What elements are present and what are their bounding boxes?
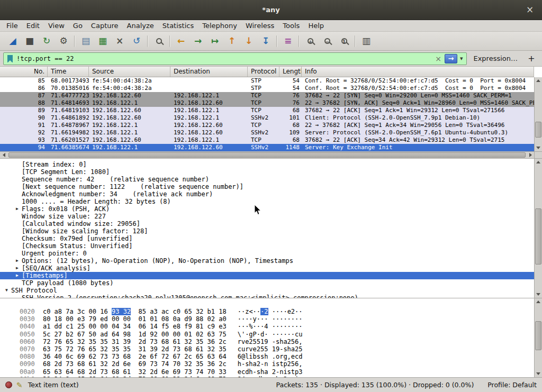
table-row[interactable]: 85 68.001734936 fe:54:00:d4:38:2a STP 54…	[0, 77, 534, 85]
expander-icon[interactable]	[13, 183, 22, 190]
scroll-right-button[interactable]	[527, 152, 534, 158]
restart-capture-icon[interactable]: ↻	[39, 34, 55, 49]
expander-icon[interactable]	[13, 190, 22, 198]
scrollbar-thumb[interactable]	[535, 122, 541, 138]
expression-button[interactable]: Expression…	[473, 54, 518, 62]
detail-line[interactable]: 1000 .... = Header Length: 32 bytes (8)	[0, 198, 534, 205]
detail-line[interactable]: ▼ SSH Protocol	[0, 287, 534, 294]
menu-analyze[interactable]: Analyze	[123, 20, 158, 31]
scrollbar-track[interactable]	[7, 152, 527, 158]
bytes-vscrollbar[interactable]	[534, 298, 542, 377]
display-filter-input[interactable]	[16, 55, 432, 62]
expander-icon[interactable]	[13, 279, 22, 287]
expander-icon[interactable]	[13, 198, 22, 205]
scroll-left-button[interactable]	[0, 152, 7, 158]
status-profile[interactable]: Profile: Default	[487, 381, 537, 389]
menu-help[interactable]: Help	[304, 20, 328, 31]
detail-line[interactable]: [Checksum Status: Unverified]	[0, 242, 534, 250]
open-file-icon[interactable]: ▤	[78, 34, 94, 49]
detail-line[interactable]: ▶ Flags: 0x018 (PSH, ACK)	[0, 205, 534, 213]
expander-icon[interactable]	[13, 242, 22, 250]
stop-capture-icon[interactable]: ■	[22, 34, 38, 49]
colorize-icon[interactable]: ≡	[280, 34, 296, 49]
expander-icon[interactable]: ▶	[13, 257, 22, 265]
menu-go[interactable]: Go	[69, 20, 87, 31]
expander-icon[interactable]	[13, 294, 22, 298]
table-row[interactable]: 91 71.648789678 192.168.122.1 192.168.12…	[0, 122, 534, 129]
menu-capture[interactable]: Capture	[87, 20, 123, 31]
scroll-up-button[interactable]	[535, 298, 542, 305]
add-filter-button[interactable]: +	[525, 53, 538, 65]
expander-icon[interactable]: ▶	[13, 205, 22, 213]
detail-line[interactable]: Acknowledgment number: 34 (relative ack …	[0, 190, 534, 198]
table-row[interactable]: 94 71.663856741 192.168.122.1 192.168.12…	[0, 144, 534, 151]
table-row[interactable]: 88 71.648146932 192.168.122.1 192.168.12…	[0, 99, 534, 107]
detail-line[interactable]: [Next sequence number: 1122 (relative se…	[0, 183, 534, 190]
window-close-icon[interactable]: ×	[524, 4, 536, 16]
close-file-icon[interactable]: ×	[112, 34, 128, 49]
col-header-destination[interactable]: Destination	[170, 67, 248, 77]
go-first-icon[interactable]: ↑	[224, 34, 240, 49]
menu-tools[interactable]: Tools	[278, 20, 304, 31]
zoom-100-icon[interactable]: 1	[336, 34, 352, 49]
menu-wireless[interactable]: Wireless	[241, 20, 278, 31]
menu-file[interactable]: File	[2, 20, 22, 31]
expander-icon[interactable]	[13, 227, 22, 235]
auto-scroll-icon[interactable]: ↧	[258, 34, 274, 49]
col-header-info[interactable]: Info	[302, 67, 534, 77]
expander-icon[interactable]: ▶	[13, 272, 22, 279]
scrollbar-thumb[interactable]	[8, 152, 526, 158]
go-last-icon[interactable]: ↓	[241, 34, 257, 49]
table-row[interactable]: 89 71.648191037 192.168.122.60 192.168.1…	[0, 107, 534, 114]
detail-line[interactable]: Window size value: 227	[0, 213, 534, 220]
detail-line[interactable]: ▶ [SEQ/ACK analysis]	[0, 265, 534, 272]
table-row[interactable]: 86 70.013850163 fe:54:00:d4:38:2a STP 54…	[0, 85, 534, 92]
clear-filter-icon[interactable]: ×	[432, 54, 445, 63]
detail-line[interactable]: SSH Version 2 (encryption:chacha20-poly1…	[0, 294, 534, 298]
detail-line[interactable]: Urgent pointer: 0	[0, 250, 534, 257]
col-header-length[interactable]: Length	[279, 67, 302, 77]
table-row[interactable]: 93 71.662015274 192.168.122.60 192.168.1…	[0, 136, 534, 144]
detail-line[interactable]: ▶ Options: (12 bytes), No-Operation (NOP…	[0, 257, 534, 265]
go-to-packet-icon[interactable]: ↦	[207, 34, 223, 49]
scrollbar-track[interactable]	[535, 305, 542, 370]
detail-line[interactable]: [Stream index: 0]	[0, 161, 534, 168]
zoom-in-icon[interactable]: +	[302, 34, 318, 49]
details-vscrollbar[interactable]	[534, 159, 542, 298]
resize-columns-icon[interactable]: ▥	[358, 34, 374, 49]
detail-line[interactable]: TCP payload (1080 bytes)	[0, 279, 534, 287]
detail-line[interactable]: Checksum: 0x79ed [unverified]	[0, 235, 534, 242]
apply-filter-icon[interactable]: →	[445, 54, 457, 63]
detail-line[interactable]: ▶ [Timestamps]	[0, 272, 534, 279]
scroll-up-button[interactable]	[535, 159, 542, 166]
scroll-up-button[interactable]	[535, 77, 542, 84]
col-header-no[interactable]: No.	[0, 67, 48, 77]
scroll-down-button[interactable]	[535, 291, 542, 298]
expander-icon[interactable]	[13, 161, 22, 168]
detail-line[interactable]: [TCP Segment Len: 1080]	[0, 168, 534, 176]
reload-icon[interactable]: ↺	[129, 34, 144, 49]
zoom-out-icon[interactable]: −	[319, 34, 335, 49]
start-capture-icon[interactable]: ◢	[5, 34, 21, 49]
detail-line[interactable]: [Calculated window size: 29056]	[0, 220, 534, 227]
col-header-source[interactable]: Source	[89, 67, 170, 77]
save-file-icon[interactable]: ▦	[95, 34, 111, 49]
packet-list-vscrollbar[interactable]	[534, 77, 542, 151]
packet-list-hscrollbar[interactable]	[0, 151, 534, 158]
table-row[interactable]: 87 71.647777234 192.168.122.60 192.168.1…	[0, 92, 534, 99]
scrollbar-track[interactable]	[535, 84, 542, 144]
menu-edit[interactable]: Edit	[22, 20, 44, 31]
menu-view[interactable]: View	[44, 20, 69, 31]
scrollbar-thumb[interactable]	[535, 321, 541, 350]
find-packet-icon[interactable]	[151, 34, 167, 49]
hex-row[interactable]: 0020c0 a8 7a 3c 00 16 93 32 85 a3 ac c0 …	[4, 300, 534, 308]
display-filter-field[interactable]: × → ▾	[3, 52, 467, 65]
filter-dropdown-caret-icon[interactable]: ▾	[457, 55, 466, 62]
capture-comment-pencil-icon[interactable]: ✎	[16, 381, 23, 389]
table-row[interactable]: 92 71.661949820 192.168.122.1 192.168.12…	[0, 129, 534, 136]
capture-options-gear-icon[interactable]: ⚙	[56, 34, 71, 49]
go-forward-icon[interactable]: →	[190, 34, 206, 49]
detail-line[interactable]: [Window size scaling factor: 128]	[0, 227, 534, 235]
menu-telephony[interactable]: Telephony	[198, 20, 241, 31]
expert-info-icon[interactable]	[5, 381, 12, 388]
